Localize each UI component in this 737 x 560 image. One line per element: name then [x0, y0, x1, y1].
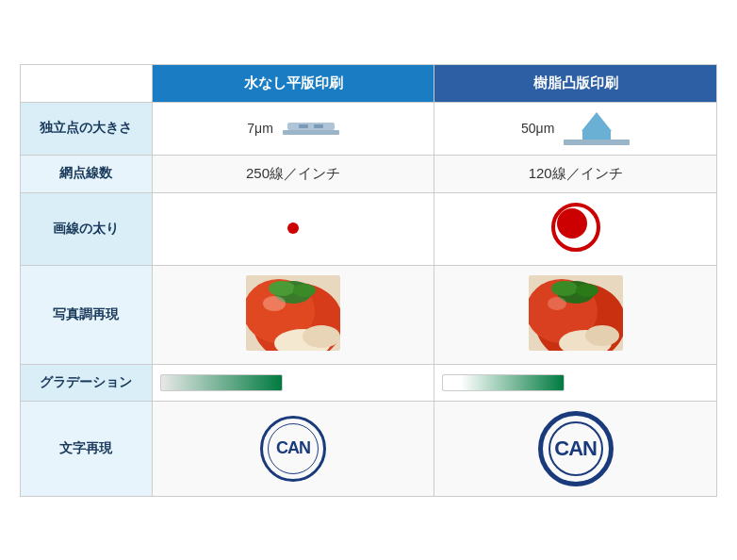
- large-red-dot: [551, 203, 600, 252]
- comparison-table: 水なし平版印刷 樹脂凸版印刷 独立点の大きさ 7μm: [20, 64, 717, 497]
- svg-point-4: [269, 281, 295, 296]
- cell-photo-waterless: [152, 265, 434, 364]
- cell-gradation-resin: [434, 364, 717, 401]
- label-line-spread: 画線の太り: [21, 192, 153, 265]
- header-resin: 樹脂凸版印刷: [434, 64, 717, 102]
- can-text-small: CAN: [276, 438, 310, 458]
- label-photo-reproduction: 写真調再現: [21, 265, 153, 364]
- cell-dot-size-resin: 50μm: [434, 102, 717, 155]
- svg-point-15: [548, 297, 566, 310]
- label-halftone: 網点線数: [21, 155, 153, 192]
- svg-point-13: [551, 281, 578, 296]
- cell-gradation-waterless: [152, 364, 434, 401]
- small-red-dot: [287, 222, 299, 234]
- cell-line-spread-waterless: [152, 192, 434, 265]
- cell-text-waterless: CAN: [152, 401, 434, 496]
- header-waterless: 水なし平版印刷: [152, 64, 434, 102]
- label-gradation: グラデーション: [21, 364, 153, 401]
- cell-line-spread-resin: [434, 192, 717, 265]
- gradient-bar-waterless: [160, 374, 283, 391]
- svg-point-17: [585, 325, 619, 346]
- svg-point-8: [303, 325, 340, 348]
- svg-point-14: [576, 284, 598, 297]
- cell-halftone-resin: 120線／インチ: [434, 155, 717, 192]
- can-text-large: CAN: [554, 436, 597, 461]
- resin-plate-diagram: [564, 112, 630, 145]
- waterless-plate-diagram: [283, 123, 339, 135]
- dot-size-text-right: 50μm: [521, 121, 554, 136]
- can-logo-small: CAN: [260, 416, 326, 482]
- svg-point-6: [263, 296, 286, 311]
- tomato-photo-left: [246, 275, 340, 351]
- cell-text-resin: CAN: [434, 401, 717, 496]
- cell-photo-resin: [434, 265, 717, 364]
- cell-halftone-waterless: 250線／インチ: [152, 155, 434, 192]
- svg-point-5: [293, 284, 316, 297]
- label-dot-size: 独立点の大きさ: [21, 102, 153, 155]
- dot-size-text-left: 7μm: [247, 121, 273, 136]
- halftone-value-right: 120線／インチ: [529, 165, 623, 181]
- can-logo-large: CAN: [538, 411, 614, 486]
- halftone-value-left: 250線／インチ: [246, 165, 340, 181]
- tomato-photo-right: [529, 275, 623, 351]
- label-text-reproduction: 文字再現: [21, 401, 153, 496]
- gradient-bar-resin: [442, 374, 565, 391]
- cell-dot-size-waterless: 7μm: [152, 102, 434, 155]
